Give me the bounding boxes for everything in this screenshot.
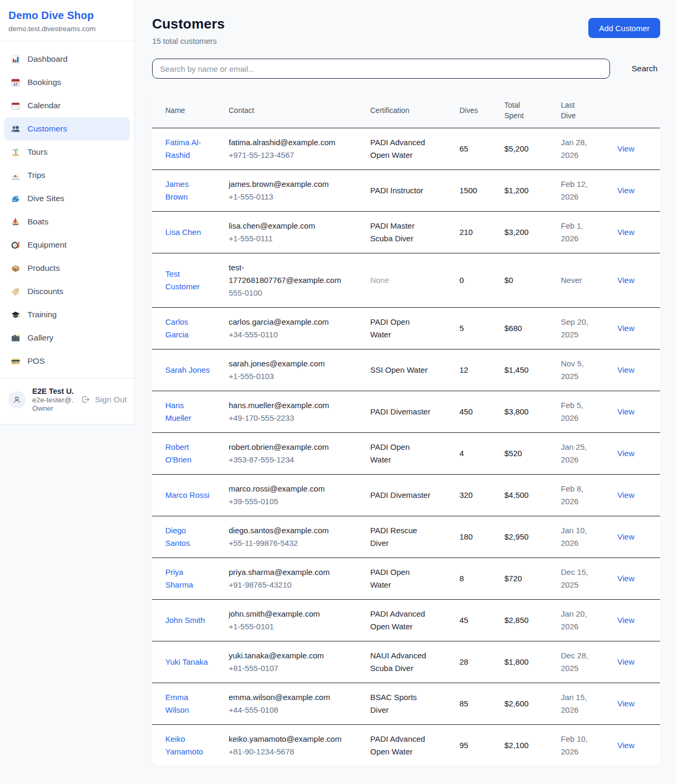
gallery-icon — [11, 333, 21, 343]
view-customer-link[interactable]: View — [617, 574, 634, 583]
customer-name-link[interactable]: Yuki Tanaka — [165, 656, 208, 668]
column-header-name: Name — [152, 93, 229, 128]
main-content: Customers 15 total customers Add Custome… — [135, 0, 676, 782]
sidebar-item-bookings[interactable]: 17Bookings — [4, 71, 130, 94]
sidebar-item-discounts[interactable]: Discounts — [4, 280, 130, 303]
last-dive-cell: Dec 15, 2025 — [561, 558, 617, 600]
sidebar-item-dive-sites[interactable]: Dive Sites — [4, 187, 130, 210]
view-customer-link[interactable]: View — [617, 407, 634, 416]
certification-text: PADI Instructor — [370, 184, 424, 197]
dives-cell: 0 — [459, 253, 504, 308]
sidebar-item-pos[interactable]: POS — [4, 350, 130, 373]
sidebar-nav: Dashboard17BookingsCalendarCustomersTour… — [0, 41, 134, 379]
column-header-total-spent: Total Spent — [504, 93, 561, 128]
view-customer-link[interactable]: View — [617, 616, 634, 625]
customer-name-cell: Diego Santos — [152, 516, 229, 558]
certification-text: PADI Advanced Open Water — [370, 608, 433, 633]
customer-name-link[interactable]: Diego Santos — [165, 524, 212, 550]
avatar — [8, 391, 26, 409]
customer-count: 15 total customers — [152, 36, 225, 45]
customer-name-link[interactable]: Hans Mueller — [165, 399, 212, 424]
view-customer-link[interactable]: View — [617, 144, 634, 153]
view-customer-link[interactable]: View — [617, 276, 634, 285]
last-dive-cell: Never — [561, 253, 617, 308]
customer-email: emma.wilson@example.com — [229, 691, 337, 704]
total-spent-cell: $1,450 — [504, 350, 561, 391]
sidebar-item-tours[interactable]: Tours — [4, 140, 130, 164]
view-customer-link[interactable]: View — [617, 741, 634, 750]
customer-phone: +91-98765-43210 — [229, 579, 361, 591]
dive-sites-icon — [11, 194, 21, 204]
sidebar-item-products[interactable]: Products — [4, 257, 130, 280]
customer-name-link[interactable]: Robert O'Brien — [165, 441, 212, 466]
customer-name-link[interactable]: Keiko Yamamoto — [165, 733, 212, 758]
certification-text: SSI Open Water — [370, 364, 428, 376]
certification-cell: None — [370, 253, 459, 308]
sidebar-item-dashboard[interactable]: Dashboard — [4, 48, 130, 71]
view-customer-link[interactable]: View — [617, 228, 634, 237]
contact-cell: fatima.alrashid@example.com+971-55-123-4… — [229, 128, 370, 170]
last-dive-cell: Jan 25, 2026 — [561, 433, 617, 475]
certification-cell: PADI Open Water — [370, 433, 459, 475]
customer-name-link[interactable]: Marco Rossi — [165, 489, 209, 502]
table-row: Sarah Jonessarah.jones@example.com+1-555… — [152, 350, 660, 391]
last-dive-cell: Nov 5, 2025 — [561, 350, 617, 391]
sidebar-item-trips[interactable]: Trips — [4, 164, 130, 187]
sidebar-item-label: Products — [27, 263, 60, 273]
last-dive-cell: Jan 20, 2026 — [561, 600, 617, 641]
actions-cell: View — [617, 641, 660, 683]
customer-phone: +1-555-0113 — [229, 191, 361, 203]
trips-icon — [11, 171, 21, 181]
contact-cell: diego.santos@example.com+55-11-99876-543… — [229, 516, 370, 558]
sidebar-item-equipment[interactable]: Equipment — [4, 233, 130, 257]
view-customer-link[interactable]: View — [617, 449, 634, 458]
customer-phone: +1-555-0111 — [229, 232, 361, 245]
customer-name-link[interactable]: James Brown — [165, 178, 212, 203]
customer-name-link[interactable]: Test Customer — [165, 268, 212, 293]
sidebar-item-label: Customers — [27, 124, 67, 134]
sidebar-item-gallery[interactable]: Gallery — [4, 326, 130, 350]
search-input[interactable] — [152, 59, 610, 79]
view-customer-link[interactable]: View — [617, 532, 634, 541]
customer-name-link[interactable]: John Smith — [165, 614, 205, 627]
dives-cell: 4 — [459, 433, 504, 475]
view-customer-link[interactable]: View — [617, 699, 634, 708]
dives-cell: 65 — [459, 128, 504, 170]
customer-phone: +971-55-123-4567 — [229, 149, 361, 162]
customer-name-link[interactable]: Lisa Chen — [165, 226, 201, 239]
sidebar-item-calendar[interactable]: Calendar — [4, 94, 130, 117]
certification-text: PADI Open Water — [370, 316, 433, 341]
last-dive-cell: Feb 12, 2026 — [561, 170, 617, 212]
customer-phone: +34-555-0110 — [229, 328, 361, 341]
view-customer-link[interactable]: View — [617, 365, 634, 374]
table-row: Hans Muellerhans.mueller@example.com+49-… — [152, 391, 660, 433]
sidebar-item-customers[interactable]: Customers — [4, 117, 130, 140]
customer-name-link[interactable]: Carlos Garcia — [165, 316, 212, 341]
customer-name-cell: John Smith — [152, 600, 229, 641]
customer-name-cell: Test Customer — [152, 253, 229, 308]
customer-phone: +44-555-0108 — [229, 704, 361, 716]
sidebar-item-training[interactable]: Training — [4, 303, 130, 326]
contact-cell: sarah.jones@example.com+1-555-0103 — [229, 350, 370, 391]
sign-out-button[interactable]: Sign Out — [81, 395, 127, 405]
table-row: Robert O'Brienrobert.obrien@example.com+… — [152, 433, 660, 475]
customer-name-link[interactable]: Priya Sharma — [165, 566, 212, 591]
customer-name-link[interactable]: Fatima Al-Rashid — [165, 136, 212, 162]
search-button[interactable]: Search — [632, 64, 658, 73]
view-customer-link[interactable]: View — [617, 324, 634, 333]
add-customer-button[interactable]: Add Customer — [588, 18, 660, 38]
certification-text: PADI Divemaster — [370, 405, 430, 418]
total-spent-cell: $720 — [504, 558, 561, 600]
view-customer-link[interactable]: View — [617, 657, 634, 666]
customer-email: priya.sharma@example.com — [229, 566, 337, 579]
customer-email: test-1772681807767@example.com — [229, 261, 337, 287]
sidebar-item-boats[interactable]: Boats — [4, 210, 130, 233]
table-row: James Brownjames.brown@example.com+1-555… — [152, 170, 660, 212]
view-customer-link[interactable]: View — [617, 490, 634, 499]
view-customer-link[interactable]: View — [617, 186, 634, 195]
brand-name: Demo Dive Shop — [8, 10, 126, 22]
equipment-icon — [11, 240, 21, 250]
customer-name-link[interactable]: Emma Wilson — [165, 691, 212, 716]
dashboard-icon — [11, 54, 21, 64]
customer-name-link[interactable]: Sarah Jones — [165, 364, 210, 376]
